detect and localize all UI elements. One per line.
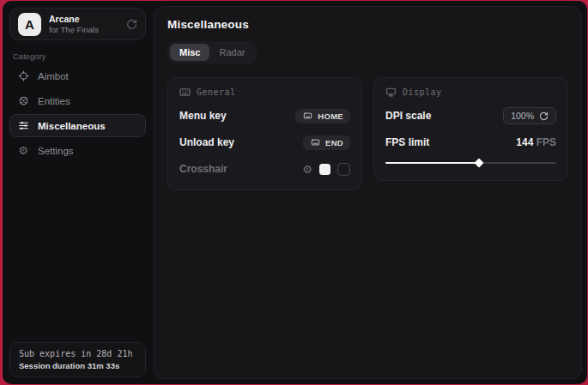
fps-number: 144	[516, 136, 533, 148]
general-card: General Menu key HOME Unload key	[167, 77, 362, 190]
sidebar-item-label: Aimbot	[38, 71, 69, 81]
app-subtitle: for The Finals	[49, 25, 118, 35]
tab-misc[interactable]: Misc	[170, 44, 209, 61]
fps-limit-slider[interactable]	[385, 158, 556, 168]
fps-slider-fill	[385, 162, 479, 164]
unload-key-bind-button[interactable]: END	[303, 135, 350, 150]
entities-icon	[17, 95, 29, 106]
fps-limit-row: FPS limit 144 FPS	[385, 134, 556, 151]
session-duration-text: Session duration 31m 33s	[19, 361, 136, 370]
general-card-header: General	[179, 87, 350, 98]
crosshair-icon	[17, 70, 29, 81]
dpi-scale-value: 100%	[511, 111, 534, 121]
gear-icon: ⚙	[17, 145, 29, 156]
crosshair-settings-gear-icon[interactable]: ⚙	[302, 164, 312, 175]
fps-limit-label: FPS limit	[385, 136, 429, 148]
unload-key-row: Unload key END	[179, 134, 350, 151]
keyboard-icon	[310, 138, 321, 147]
avatar: A	[18, 13, 41, 36]
sidebar: A Arcane for The Finals Category Aimbot	[3, 1, 153, 384]
app-window: A Arcane for The Finals Category Aimbot	[3, 1, 587, 384]
unload-key-label: Unload key	[179, 136, 234, 148]
sidebar-item-settings[interactable]: ⚙ Settings	[9, 139, 146, 162]
general-card-title: General	[197, 87, 236, 97]
subscription-footer: Sub expires in 28d 21h Session duration …	[9, 342, 146, 377]
sidebar-item-entities[interactable]: Entities	[9, 89, 146, 112]
app-title: Arcane	[49, 14, 118, 25]
unload-key-value: END	[325, 138, 343, 147]
sliders-icon	[17, 120, 29, 131]
tab-radar[interactable]: Radar	[209, 44, 254, 61]
profile-card: A Arcane for The Finals	[9, 8, 146, 40]
profile-text: Arcane for The Finals	[49, 14, 118, 35]
menu-key-row: Menu key HOME	[179, 107, 350, 124]
main-panel: Miscellaneous Misc Radar General Menu ke…	[154, 6, 582, 379]
refresh-icon[interactable]	[126, 19, 137, 30]
tab-bar: Misc Radar	[167, 41, 257, 63]
cycle-icon	[539, 111, 549, 121]
keyboard-icon	[302, 111, 313, 120]
dpi-scale-row: DPI scale 100%	[385, 107, 556, 124]
sidebar-item-label: Entities	[38, 96, 70, 106]
cards-row: General Menu key HOME Unload key	[167, 77, 568, 190]
display-card: Display DPI scale 100% FPS limit 144	[373, 77, 568, 181]
sidebar-item-label: Miscellaneous	[38, 121, 106, 131]
fps-limit-value: 144 FPS	[516, 136, 556, 148]
menu-key-bind-button[interactable]: HOME	[295, 109, 350, 123]
crosshair-controls: ⚙	[302, 163, 350, 176]
sub-expires-text: Sub expires in 28d 21h	[19, 349, 136, 358]
crosshair-label: Crosshair	[179, 163, 227, 175]
sidebar-item-label: Settings	[38, 146, 74, 156]
display-card-title: Display	[403, 87, 442, 97]
monitor-icon	[385, 87, 397, 98]
fps-slider-thumb[interactable]	[475, 158, 484, 167]
crosshair-color-swatch[interactable]	[319, 164, 330, 175]
sidebar-item-aimbot[interactable]: Aimbot	[9, 64, 146, 87]
dpi-scale-label: DPI scale	[385, 110, 431, 122]
sidebar-item-miscellaneous[interactable]: Miscellaneous	[9, 114, 146, 137]
fps-unit: FPS	[536, 136, 556, 148]
menu-key-value: HOME	[318, 111, 343, 121]
crosshair-row: Crosshair ⚙	[179, 160, 350, 177]
display-card-header: Display	[385, 87, 556, 98]
category-label: Category	[13, 51, 146, 61]
menu-key-label: Menu key	[179, 110, 227, 122]
page-title: Miscellaneous	[167, 18, 568, 31]
dpi-scale-button[interactable]: 100%	[503, 107, 556, 124]
crosshair-checkbox[interactable]	[337, 163, 350, 176]
keyboard-icon	[179, 87, 191, 98]
